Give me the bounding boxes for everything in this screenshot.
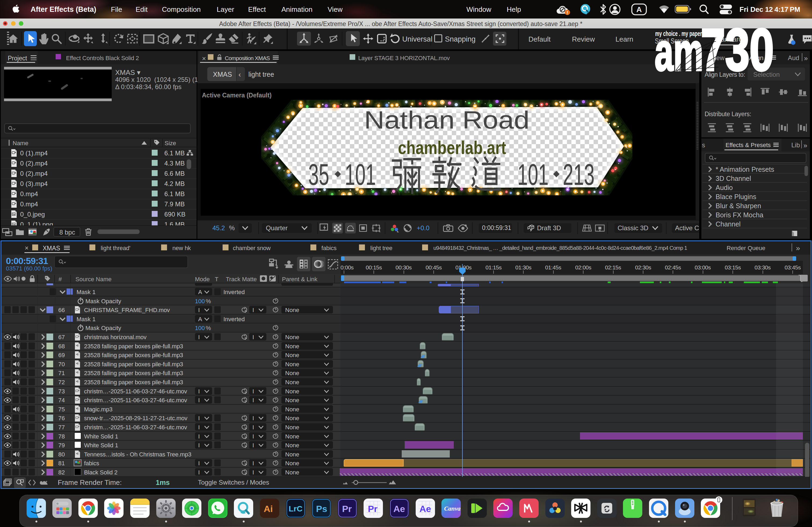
svg-text:730: 730 (701, 17, 774, 80)
svg-text:LrC: LrC (289, 504, 303, 513)
svg-text:Ai: Ai (264, 504, 273, 514)
svg-text:A: A (636, 5, 642, 14)
svg-text:213: 213 (563, 158, 595, 191)
svg-text:Pr: Pr (368, 504, 378, 514)
svg-text:101: 101 (345, 158, 376, 191)
svg-text:Nathan Road: Nathan Road (364, 106, 530, 134)
svg-text:chamberlab.art: chamberlab.art (398, 137, 506, 158)
svg-text:Pr: Pr (342, 504, 352, 514)
svg-text:am: am (655, 22, 703, 80)
svg-text:Ae: Ae (393, 504, 405, 514)
svg-text:Ps: Ps (316, 504, 327, 514)
svg-text:Canva: Canva (444, 505, 461, 512)
svg-text:Ae: Ae (419, 504, 431, 514)
svg-text:101: 101 (518, 158, 549, 191)
svg-text:!: ! (567, 11, 568, 15)
svg-text:35: 35 (308, 158, 329, 191)
